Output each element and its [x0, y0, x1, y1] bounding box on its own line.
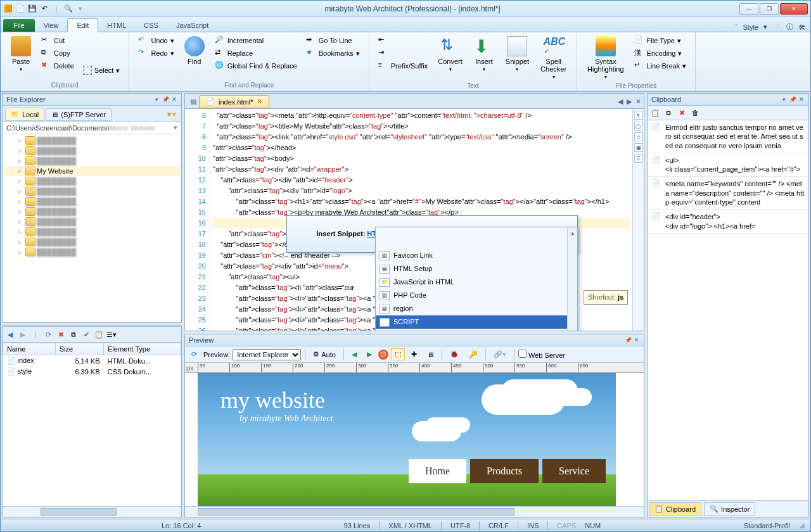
clip-pin-icon[interactable]: 📌 — [789, 96, 796, 103]
tree-item[interactable]: ▷████████ — [3, 156, 181, 166]
delete-button[interactable]: ✖Delete — [39, 60, 77, 72]
help-icon[interactable]: ❔ — [772, 23, 781, 31]
doc-tab-menu-icon[interactable]: ▤ — [188, 98, 199, 106]
tree-item[interactable]: ▷████████ — [3, 227, 181, 237]
refresh-icon[interactable]: ⟳ — [42, 329, 54, 340]
preview-refresh-icon[interactable]: ⟳ — [188, 348, 201, 360]
style-dropdown[interactable]: Style — [743, 23, 758, 31]
clipboard-item[interactable]: 📄<ul><li class="current_page_item"><a hr… — [648, 153, 808, 177]
find-button[interactable]: Find — [181, 35, 208, 66]
doc-next-icon[interactable]: ▶ — [627, 98, 632, 106]
delete-file-icon[interactable]: ✖ — [55, 329, 67, 340]
tree-item[interactable]: ▷████████ — [3, 237, 181, 247]
clipboard-item[interactable]: 📄<meta name="keywords" content="" /> <me… — [648, 177, 808, 210]
goto-line-button[interactable]: ➡Go To Line — [303, 35, 362, 46]
auto-button[interactable]: ⚙ Auto — [309, 348, 340, 360]
file-list-scrollbar[interactable] — [3, 506, 181, 517]
clipboard-item[interactable]: 📄<div id="header"><div id="logo"> <h1><a… — [648, 210, 808, 234]
file-row[interactable]: 📄 index5,14 KBHTML-Doku... — [3, 355, 181, 367]
tree-item[interactable]: ▷████████ — [3, 146, 181, 156]
panel-pin-icon[interactable]: 📌 — [162, 96, 169, 103]
info-icon[interactable]: ⓘ — [786, 22, 793, 32]
stop-icon[interactable]: ∅ — [378, 350, 388, 360]
margin-icon-4[interactable]: ▦ — [634, 143, 643, 152]
undo-button[interactable]: ↶Undo ▾ — [136, 35, 176, 46]
snippet-item[interactable]: 📁JavaScript in HTML — [376, 276, 577, 289]
preview-pin-icon[interactable]: 📌 — [625, 337, 631, 343]
clip-clear-icon[interactable]: 🗑 — [689, 108, 701, 118]
site-menu-item[interactable]: Products — [470, 459, 539, 483]
nav-fwd-icon[interactable]: ▶ — [17, 329, 29, 340]
tree-item[interactable]: ▷████████ — [3, 247, 181, 257]
clip-close-icon[interactable]: ✕ — [798, 96, 805, 103]
status-doctype[interactable]: XML / XHTML — [388, 522, 432, 529]
redo-button[interactable]: ↷Redo ▾ — [136, 48, 176, 59]
tree-item[interactable]: ▷████████ — [3, 217, 181, 227]
tree-item[interactable]: ▷████████ — [3, 196, 181, 206]
explorer-tab-ftp[interactable]: 🖥 (S)FTP Server — [46, 108, 112, 121]
paste-file-icon[interactable]: 📋 — [93, 329, 105, 340]
options-icon[interactable]: 🛠 — [798, 23, 805, 31]
qat-preview-icon[interactable]: 🔍 — [63, 4, 73, 14]
tree-item[interactable]: ▷My Website — [3, 166, 181, 176]
doc-close-icon[interactable]: ✕ — [257, 98, 262, 106]
clip-delete-icon[interactable]: ✖ — [676, 108, 687, 118]
indent-right-icon[interactable]: ⇥ — [376, 48, 431, 59]
explorer-tab-local[interactable]: 📁 Local — [5, 108, 44, 121]
minimize-button[interactable]: — — [739, 3, 758, 15]
snippet-item[interactable]: ▤SCRIPT — [376, 315, 577, 329]
nav-fwd-icon[interactable]: ▶ — [363, 348, 376, 360]
qat-new-icon[interactable]: 📄 — [15, 4, 25, 14]
favorites-icon[interactable]: ★▾ — [166, 110, 179, 118]
clip-paste-icon[interactable]: 📋 — [649, 108, 661, 118]
doc-prev-icon[interactable]: ◀ — [618, 98, 623, 106]
select-button[interactable]: Select ▾ — [80, 65, 123, 75]
webserver-checkbox[interactable]: Web Server — [518, 350, 565, 359]
close-button[interactable]: ✕ — [780, 3, 808, 15]
tree-item[interactable]: ▷████████ — [3, 176, 181, 186]
preview-scrollbar[interactable] — [185, 506, 644, 517]
key-icon[interactable]: 🔑 — [465, 348, 482, 360]
snippet-item[interactable]: ▤region — [376, 302, 577, 315]
panel-dropdown-icon[interactable]: ▾ — [153, 96, 160, 103]
monitor-icon[interactable]: 🖥 — [423, 349, 438, 360]
qat-undo-icon[interactable]: ↶ — [39, 4, 49, 14]
linebreak-button[interactable]: ↵Line Break ▾ — [632, 60, 689, 72]
indent-left-icon[interactable]: ⇤ — [376, 35, 431, 46]
tree-item[interactable]: ▷████████ — [3, 136, 181, 146]
margin-icon-2[interactable]: ◯ — [634, 122, 643, 130]
snippet-button[interactable]: Snippet▾ — [502, 35, 533, 73]
status-crlf[interactable]: CR/LF — [489, 522, 509, 529]
tab-html[interactable]: HTML — [98, 19, 135, 32]
snippet-menu[interactable]: ▤Favicon Link▤HTML Setup📁JavaScript in H… — [375, 227, 578, 331]
global-find-button[interactable]: 🌐Global Find & Replace — [212, 60, 300, 72]
bookmarks-button[interactable]: ★Bookmarks ▾ — [303, 48, 362, 59]
check-icon[interactable]: ✔ — [80, 329, 92, 340]
preview-close-icon[interactable]: ✕ — [634, 337, 640, 343]
copy-file-icon[interactable]: ⧉ — [68, 329, 79, 340]
margin-icon-5[interactable]: ☰ — [634, 154, 643, 163]
select-element-icon[interactable]: ⬚ — [391, 348, 405, 360]
panel-close-icon[interactable]: ✕ — [171, 96, 177, 103]
tab-edit[interactable]: Edit — [67, 18, 98, 32]
nav-back-icon[interactable]: ◀ — [348, 348, 361, 360]
tab-view[interactable]: View — [35, 19, 68, 32]
clip-copy-icon[interactable]: ⧉ — [663, 108, 674, 118]
browser-select[interactable]: Internet Explorer — [233, 349, 301, 360]
document-tab[interactable]: 📄 index.html* ✕ — [199, 95, 269, 108]
file-row[interactable]: 📄 style6,39 KBCSS Dokum... — [3, 366, 181, 377]
site-menu-item[interactable]: Home — [409, 459, 466, 483]
explorer-path[interactable]: C:\Users\Screencast\Documents\Meine Webs… — [3, 122, 181, 134]
tab-file[interactable]: File — [3, 19, 35, 32]
tab-javascript[interactable]: JavaScript — [167, 19, 217, 32]
snippet-item[interactable]: ▤Scrollable Text — [376, 329, 577, 331]
syntax-highlighting-button[interactable]: Syntax Highlighting▾ — [584, 35, 627, 81]
status-encoding[interactable]: UTF-8 — [450, 522, 470, 529]
add-icon[interactable]: ✚ — [407, 348, 421, 360]
convert-button[interactable]: ⇅Convert▾ — [434, 35, 466, 73]
tree-item[interactable]: ▷████████ — [3, 186, 181, 196]
paste-button[interactable]: Paste▾ — [7, 35, 35, 73]
replace-button[interactable]: ⇄Replace — [212, 48, 300, 59]
incremental-button[interactable]: 🔎Incremental — [212, 35, 300, 46]
snippet-item[interactable]: ▤Favicon Link — [376, 249, 577, 262]
